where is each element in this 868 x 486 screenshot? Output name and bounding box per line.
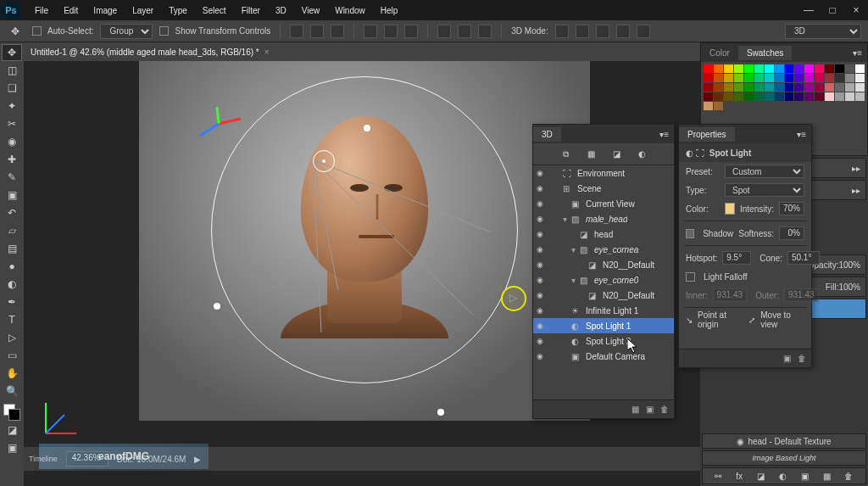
distribute-icon[interactable] [364, 25, 377, 38]
swatch[interactable] [775, 92, 784, 101]
history-brush-tool[interactable]: ↶ [2, 204, 22, 221]
visibility-eye-icon[interactable]: ◉ [537, 245, 547, 254]
swatch[interactable] [845, 83, 854, 92]
color-swatch-input[interactable] [725, 203, 735, 215]
visibility-eye-icon[interactable]: ◉ [537, 184, 547, 193]
move-view-icon[interactable]: ⤢ [748, 316, 755, 325]
workspace-select[interactable]: 3D [785, 24, 861, 39]
arrange-icon[interactable] [437, 25, 451, 38]
swatch[interactable] [815, 92, 824, 101]
filter-light-icon[interactable]: ◐ [634, 147, 649, 162]
distribute-icon[interactable] [404, 25, 418, 38]
swatch[interactable] [724, 64, 733, 73]
preset-select[interactable]: Custom [725, 165, 804, 178]
tree-row[interactable]: ◉▾▨eye_corne0 [533, 272, 674, 288]
swatch[interactable] [754, 64, 764, 73]
3d-pan-icon[interactable] [596, 25, 609, 38]
magic-wand-tool[interactable]: ✦ [2, 98, 22, 115]
swatch[interactable] [835, 74, 844, 82]
swatch[interactable] [825, 83, 834, 92]
menu-item-3d[interactable]: 3D [268, 3, 294, 19]
trash-icon[interactable]: 🗑 [798, 354, 806, 363]
hand-tool[interactable]: ✋ [2, 365, 22, 382]
show-transform-checkbox[interactable]: Show Transform Controls [159, 26, 270, 36]
swatch[interactable] [754, 74, 764, 82]
swatch[interactable] [765, 64, 774, 73]
swatch[interactable] [794, 64, 804, 73]
tree-row[interactable]: ◉☀Infinite Light 1 [533, 303, 674, 318]
minimize-button[interactable]: — [797, 1, 821, 20]
blur-tool[interactable]: ● [2, 258, 22, 275]
new-icon[interactable]: ▦ [823, 472, 831, 481]
mask-icon[interactable]: ◪ [757, 472, 765, 481]
pen-tool[interactable]: ✒ [2, 293, 22, 310]
tab-swatches[interactable]: Swatches [738, 46, 792, 60]
swatch[interactable] [724, 92, 733, 101]
disclosure-icon[interactable]: ▾ [569, 245, 577, 254]
swatch[interactable] [724, 74, 733, 82]
3d-rotate-icon[interactable] [555, 25, 569, 38]
swatch[interactable] [855, 74, 865, 82]
link-icon[interactable]: ⚯ [715, 472, 721, 481]
3d-axis-widget[interactable] [39, 398, 81, 440]
swatch[interactable] [835, 83, 844, 92]
panel-menu-icon[interactable]: ▾≡ [848, 46, 867, 60]
swatch[interactable] [815, 83, 824, 92]
visibility-eye-icon[interactable]: ◉ [537, 276, 547, 284]
disclosure-icon[interactable]: ▾ [560, 215, 569, 224]
marquee-tool[interactable]: ◫ [2, 62, 22, 79]
visibility-eye-icon[interactable]: ◉ [537, 352, 547, 360]
swatch[interactable] [855, 92, 865, 101]
visibility-eye-icon[interactable]: ◉ [537, 321, 547, 330]
swatch[interactable] [704, 83, 713, 92]
swatch[interactable] [734, 92, 743, 101]
swatch[interactable] [845, 64, 854, 73]
gizmo-handle[interactable] [437, 409, 444, 416]
visibility-eye-icon[interactable]: ◉ [537, 291, 547, 299]
menu-item-edit[interactable]: Edit [56, 3, 86, 19]
menu-item-view[interactable]: View [294, 3, 328, 19]
gizmo-handle[interactable] [364, 125, 370, 131]
folder-icon[interactable]: ▣ [801, 472, 809, 481]
align-icon[interactable] [290, 25, 303, 38]
swatch[interactable] [765, 83, 774, 92]
3d-slide-icon[interactable] [616, 25, 630, 38]
softness-field[interactable]: 0% [779, 226, 804, 240]
point-origin-icon[interactable]: ↘ [686, 316, 693, 325]
swatch[interactable] [704, 92, 713, 101]
gradient-tool[interactable]: ▤ [2, 240, 22, 257]
swatch[interactable] [825, 74, 834, 82]
disclosure-icon[interactable]: ▾ [569, 276, 577, 285]
cone-field[interactable]: 50.1° [787, 251, 820, 265]
tree-row[interactable]: ◉▣Current View [533, 196, 674, 211]
filter-mesh-icon[interactable]: ▦ [583, 147, 598, 162]
tab-properties[interactable]: Properties [679, 127, 735, 142]
trash-icon[interactable]: 🗑 [844, 472, 853, 481]
swatch[interactable] [785, 64, 794, 73]
brush-tool[interactable]: ✎ [2, 169, 22, 186]
visibility-eye-icon[interactable]: ◉ [537, 260, 547, 269]
tab-3d[interactable]: 3D [533, 127, 561, 142]
eraser-tool[interactable]: ▱ [2, 222, 22, 239]
visibility-eye-icon[interactable]: ◉ [537, 337, 547, 345]
hotspot-field[interactable]: 9.5° [722, 251, 751, 265]
swatch[interactable] [765, 74, 774, 82]
visibility-eye-icon[interactable]: ◉ [537, 215, 547, 223]
tree-row[interactable]: ◉◐Spot Light 2 [533, 333, 674, 349]
swatch[interactable] [785, 92, 794, 101]
menu-item-window[interactable]: Window [327, 3, 373, 19]
visibility-eye-icon[interactable]: ◉ [537, 169, 547, 177]
maximize-button[interactable]: □ [821, 1, 844, 20]
tree-row[interactable]: ◉◐Spot Light 1 [533, 318, 674, 333]
swatch[interactable] [744, 83, 754, 92]
panel-menu-icon[interactable]: ▾≡ [792, 127, 811, 142]
swatch[interactable] [825, 64, 834, 73]
swatch[interactable] [785, 74, 794, 82]
menu-item-layer[interactable]: Layer [125, 3, 161, 19]
3d-scale-icon[interactable] [637, 25, 650, 38]
swatch[interactable] [845, 92, 854, 101]
swatch[interactable] [704, 64, 713, 73]
move-view-button[interactable]: Move to view [760, 310, 804, 329]
swatch[interactable] [734, 74, 743, 82]
swatch[interactable] [744, 74, 754, 82]
